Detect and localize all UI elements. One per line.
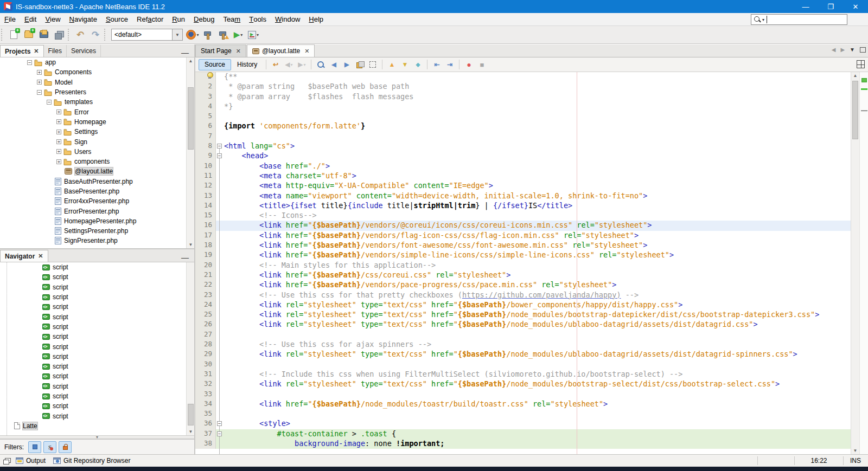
minimize-panel-icon[interactable]: — [176,48,194,57]
line-number-gutter[interactable]: 25 [195,310,216,320]
line-number-gutter[interactable]: 13 [195,191,216,201]
code-line-text[interactable]: <title>{ifset title}{include title|strip… [224,201,851,211]
code-line[interactable]: 17 <link href="{$basePath}/vendors/flag-… [195,231,851,241]
line-number-gutter[interactable]: 18 [195,241,216,250]
line-number-gutter[interactable]: 22 [195,280,216,290]
tree-item-basepresenter-php[interactable]: BasePresenter.php [0,186,194,196]
fold-collapse-icon[interactable]: − [217,153,222,158]
navigator-script-item[interactable]: <>script [0,352,194,362]
chevron-down-icon[interactable]: ▼ [172,29,182,40]
minimize-button[interactable]: — [793,0,818,13]
expand-icon[interactable]: + [56,149,61,154]
line-number-gutter[interactable]: 24 [195,300,216,310]
collapse-icon[interactable]: − [27,60,32,65]
code-line-text[interactable]: * @param array $flashes flash messages [224,92,851,102]
code-line[interactable]: 21 <link href="{$basePath}/css/coreui.cs… [195,270,851,280]
scroll-tabs-right-icon[interactable]: ▶ [840,47,845,53]
code-line-text[interactable] [224,360,851,370]
tree-item-model[interactable]: +Model [0,78,194,87]
code-line-text[interactable] [224,112,851,121]
line-number-gutter[interactable]: 36 [195,419,216,429]
search-dropdown-icon[interactable]: ▾ [762,17,764,22]
filter-show-non-public-button[interactable] [59,441,72,453]
navigator-script-item[interactable]: <>script [0,382,194,391]
vcs-change-mark[interactable] [861,88,867,90]
clean-build-button[interactable] [215,28,231,42]
code-fold-column[interactable] [216,250,224,260]
navigator-script-item[interactable]: <>script [0,411,194,421]
code-line[interactable]: 27 [195,330,851,340]
previous-bookmark-button[interactable]: ▲ [385,59,398,70]
code-line-text[interactable]: <base href="./"> [224,162,851,171]
navigator-script-item[interactable]: <>script [0,272,194,282]
close-button[interactable]: ✕ [843,0,868,13]
code-editor[interactable]: {**2 * @param string $basePath web base … [195,72,851,454]
line-number-gutter[interactable]: 8 [195,141,216,151]
navigator-scrollbar[interactable]: ▼ [186,262,194,435]
line-number-gutter[interactable]: 5 [195,112,216,121]
line-number-gutter[interactable]: 10 [195,162,216,171]
line-number-gutter[interactable]: 6 [195,121,216,131]
back-button[interactable]: ◀▾ [282,59,295,70]
browser-button[interactable]: ▾ [185,28,200,42]
tree-item-error[interactable]: +Error [0,107,194,117]
source-view-button[interactable]: Source [199,59,231,70]
code-fold-column[interactable]: − [216,429,224,439]
split-editor-icon[interactable] [857,60,865,68]
line-number-gutter[interactable]: 32 [195,379,216,389]
line-number-gutter[interactable]: 38 [195,439,216,449]
find-selection-button[interactable] [314,59,327,70]
code-line-text[interactable]: <style> [224,419,851,429]
navigator-script-item[interactable]: <>script [0,262,194,272]
redo-button[interactable]: ↷ [88,28,103,42]
scroll-thumb[interactable] [188,87,194,150]
find-next-button[interactable]: ▶ [340,59,353,70]
tree-item-signpresenter-php[interactable]: SignPresenter.php [0,236,194,246]
code-line[interactable]: 37− #toast-container > .toast { [195,429,851,439]
tree-item-components[interactable]: +Components [0,67,194,77]
expand-icon[interactable]: + [56,139,61,144]
tree-item-sign[interactable]: +Sign [0,137,194,146]
code-line-text[interactable]: *} [224,102,851,112]
code-line[interactable]: 38 background-image: none !important; [195,439,851,449]
code-fold-column[interactable] [216,102,224,112]
code-line-text[interactable]: <!-- Icons--> [224,211,851,221]
code-line[interactable]: 10 <base href="./"> [195,162,851,171]
code-line-text[interactable]: <link href="{$basePath}/vendors/flag-ico… [224,231,851,241]
tree-item-homepagepresenter-php[interactable]: HomepagePresenter.php [0,216,194,226]
new-file-button[interactable]: + [6,28,21,42]
code-line-text[interactable]: <link rel="stylesheet" type="text/css" h… [224,300,851,310]
code-fold-column[interactable]: − [216,141,224,151]
expand-icon[interactable]: + [56,119,61,124]
new-project-button[interactable]: + [21,28,36,42]
scroll-thumb[interactable] [852,81,858,139]
code-line[interactable]: 24 <link rel="stylesheet" type="text/css… [195,300,851,310]
hint-bulb-icon[interactable] [207,72,212,79]
code-line-text[interactable] [224,409,851,419]
tab-navigator[interactable]: Navigator✕ [0,250,48,262]
code-fold-column[interactable] [216,72,224,82]
code-fold-column[interactable] [216,280,224,290]
code-line-text[interactable] [224,132,851,141]
navigator-script-item[interactable]: <>script [0,292,194,302]
chevron-down-icon[interactable]: ▾ [240,33,242,37]
line-number-gutter[interactable]: 30 [195,360,216,370]
line-number-gutter[interactable]: 33 [195,390,216,399]
code-fold-column[interactable] [216,350,224,359]
line-number-gutter[interactable]: 19 [195,250,216,260]
code-fold-column[interactable] [216,162,224,171]
save-all-button[interactable] [52,28,67,42]
find-previous-button[interactable]: ◀ [327,59,340,70]
restore-window-group-icon[interactable] [3,458,10,464]
code-line[interactable]: 22 <link href="{$basePath}/vendors/pace-… [195,280,851,290]
code-line[interactable]: 8−<html lang="cs"> [195,141,851,151]
tree-item-settingspresenter-php[interactable]: SettingsPresenter.php [0,226,194,236]
navigator-script-item[interactable]: <>script [0,362,194,371]
code-line[interactable]: 35 [195,409,851,419]
expand-icon[interactable]: + [56,130,61,134]
code-line[interactable]: 14 <title>{ifset title}{include title|st… [195,201,851,211]
code-fold-column[interactable] [216,270,224,280]
output-window-button[interactable]: Output [14,456,48,465]
navigator-script-item[interactable]: <>script [0,312,194,321]
code-fold-column[interactable] [216,320,224,330]
